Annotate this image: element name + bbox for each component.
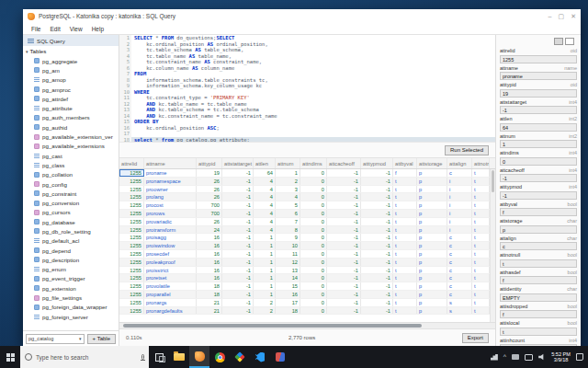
field-value-input[interactable]: f <box>500 310 577 318</box>
cell[interactable]: p <box>417 299 447 306</box>
cell[interactable]: t <box>393 250 417 258</box>
column-header-atttypid[interactable]: atttypid <box>197 158 222 168</box>
cell[interactable]: proisstrict <box>144 267 197 274</box>
field-value-input[interactable]: -1 <box>500 174 577 182</box>
cell[interactable]: -1 <box>327 234 361 241</box>
cell[interactable]: 0 <box>300 234 327 241</box>
start-button[interactable] <box>0 346 20 368</box>
field-value-input[interactable]: 19 <box>500 89 577 98</box>
cell[interactable]: p <box>417 274 447 282</box>
grid-vertical-scrollbar[interactable] <box>490 169 495 322</box>
sidebar-item-sql-query[interactable]: SQL Query <box>23 35 119 46</box>
cell[interactable]: 1 <box>254 274 276 282</box>
cell[interactable]: -1 <box>222 178 254 185</box>
cell[interactable]: pronamespace <box>144 178 197 185</box>
volume-tray-icon[interactable] <box>538 353 546 361</box>
sidebar-table-pg_aggregate[interactable]: pg_aggregate <box>23 56 119 65</box>
cell[interactable]: -1 <box>361 242 393 249</box>
cell[interactable]: prolang <box>144 193 197 201</box>
export-button[interactable]: Export <box>462 333 489 343</box>
close-button[interactable]: ✕ <box>571 9 576 23</box>
cell[interactable]: proretset <box>144 274 197 282</box>
cell[interactable]: t <box>472 210 490 217</box>
cell[interactable]: -1 <box>222 169 254 177</box>
grid-row[interactable]: 1255pronargdefaults21-12180-1-1tpst <box>119 307 495 316</box>
cell[interactable]: i <box>447 178 472 185</box>
cell[interactable]: -1 <box>327 291 361 298</box>
cell[interactable]: 1255 <box>119 307 144 315</box>
hidden-icons-caret[interactable]: ^ <box>503 352 506 362</box>
split-view-right-toggle[interactable] <box>565 38 574 45</box>
cell[interactable]: p <box>417 178 447 185</box>
cell[interactable]: -1 <box>222 193 254 201</box>
cell[interactable]: 0 <box>300 226 327 234</box>
cell[interactable]: 26 <box>197 193 222 201</box>
sidebar-table-pg_class[interactable]: pg_class <box>23 160 119 169</box>
cell[interactable]: 0 <box>300 193 327 201</box>
cell[interactable]: t <box>472 169 490 177</box>
cell[interactable]: -1 <box>222 201 254 209</box>
cell[interactable]: 17 <box>276 299 300 306</box>
cell[interactable]: 16 <box>197 234 222 241</box>
cell[interactable]: 16 <box>276 291 300 298</box>
cell[interactable]: prorows <box>144 210 197 217</box>
grid-row[interactable]: 1255provariadic26-1470-1-1tpit <box>119 218 495 226</box>
sidebar-table-pg_default_acl[interactable]: pg_default_acl <box>23 236 119 246</box>
cell[interactable]: 1 <box>254 242 276 249</box>
cell[interactable]: c <box>447 250 472 258</box>
cell[interactable]: t <box>393 299 417 306</box>
cell[interactable]: -1 <box>361 186 393 193</box>
cell[interactable]: -1 <box>361 282 393 290</box>
cell[interactable]: -1 <box>222 226 254 234</box>
cell[interactable]: 4 <box>254 210 276 217</box>
sidebar-table-pg_cast[interactable]: pg_cast <box>23 151 119 160</box>
cell[interactable]: -1 <box>222 242 254 249</box>
grid-row[interactable]: 1255proparallel18-11160-1-1tpct <box>119 291 495 299</box>
cell[interactable]: -1 <box>222 307 254 315</box>
cell[interactable]: 4 <box>254 201 276 209</box>
cell[interactable]: p <box>417 250 447 258</box>
cell[interactable]: 1255 <box>119 201 144 209</box>
cell[interactable]: 1255 <box>119 274 144 282</box>
cell[interactable]: proowner <box>144 186 197 193</box>
cell[interactable]: s <box>447 299 472 306</box>
cell[interactable]: -1 <box>361 218 393 225</box>
column-header-attndims[interactable]: attndims <box>300 158 327 168</box>
cell[interactable]: -1 <box>222 259 254 266</box>
cell[interactable]: 2 <box>254 299 276 306</box>
cell[interactable]: -1 <box>327 178 361 185</box>
sidebar-table-pg_extension[interactable]: pg_extension <box>23 283 119 293</box>
cell[interactable]: t <box>472 250 490 258</box>
column-header-attname[interactable]: attname <box>144 158 197 168</box>
cell[interactable]: 0 <box>300 267 327 274</box>
cell[interactable]: 10 <box>276 242 300 249</box>
cell[interactable]: 19 <box>197 169 222 177</box>
sidebar-table-pg_amproc[interactable]: pg_amproc <box>23 85 119 94</box>
cell[interactable]: t <box>472 226 490 234</box>
cell[interactable]: 1255 <box>119 226 144 234</box>
cell[interactable]: t <box>393 282 417 290</box>
cell[interactable]: t <box>472 299 490 306</box>
cell[interactable]: p <box>417 201 447 209</box>
grid-row[interactable]: 1255provolatile18-11150-1-1tpct <box>119 282 495 291</box>
cell[interactable]: -1 <box>361 193 393 201</box>
cell[interactable]: 700 <box>197 201 222 209</box>
cell[interactable]: t <box>472 193 490 201</box>
field-value-input[interactable]: c <box>500 242 577 250</box>
cell[interactable]: t <box>472 291 490 298</box>
cell[interactable]: c <box>447 282 472 290</box>
cell[interactable]: -1 <box>222 274 254 282</box>
cell[interactable]: 0 <box>300 210 327 217</box>
cell[interactable]: -1 <box>361 178 393 185</box>
sidebar-table-pg_available_extension_ver[interactable]: pg_available_extension_ver <box>23 132 119 141</box>
taskbar-search[interactable]: Type here to search <box>20 346 149 368</box>
cell[interactable]: t <box>393 178 417 185</box>
cell[interactable]: 14 <box>276 274 300 282</box>
cell[interactable]: -1 <box>222 267 254 274</box>
cell[interactable]: -1 <box>361 234 393 241</box>
cell[interactable]: i <box>447 193 472 201</box>
cell[interactable]: 18 <box>197 282 222 290</box>
cell[interactable]: 7 <box>276 218 300 225</box>
cell[interactable]: -1 <box>327 186 361 193</box>
cell[interactable]: i <box>447 186 472 193</box>
